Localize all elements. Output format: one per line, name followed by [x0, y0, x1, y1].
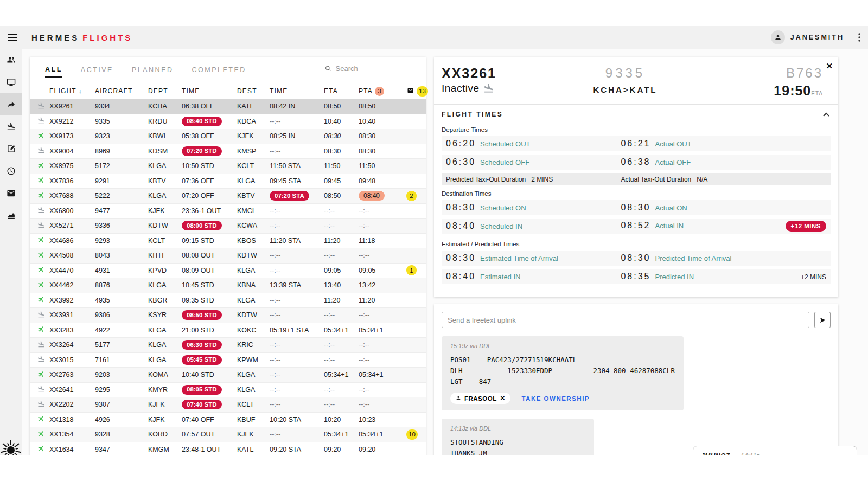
cell-dest: KATL: [237, 446, 270, 453]
flight-row-XX7836[interactable]: XX78369291KBTV07:36 OFFKLGA09:45 STA09:4…: [30, 174, 426, 189]
cell-pta: --:--: [359, 356, 406, 364]
uplink-message-card: 15:19z via DDLPOS01 PAC423/27271519KCHAA…: [442, 336, 684, 410]
col-messages[interactable]: 13: [406, 86, 428, 97]
chevron-up-icon[interactable]: [823, 110, 829, 118]
flight-row-XX6800[interactable]: XX68009477KJFK23:36-1 OUTKMCI--:----:---…: [30, 204, 426, 219]
flight-row-XX3283[interactable]: XX32834922KLGA21:00 STDKOKC05:19+1 STA05…: [30, 323, 426, 338]
col-pta[interactable]: PTA 3: [359, 87, 406, 96]
cell-pta: 08:40: [359, 191, 406, 201]
cell-dest-time: 05:19+1 STA: [270, 326, 324, 334]
col-dest[interactable]: DEST: [237, 87, 270, 95]
user-menu[interactable]: JANESMITH: [771, 30, 844, 44]
flight-row-XX1354[interactable]: XX13549328KORD07:57 OUTKJFK--:--05:34+10…: [30, 427, 426, 442]
plane-landing-icon: [37, 311, 45, 320]
cell-aircraft: 8969: [95, 147, 148, 155]
kebab-menu-icon[interactable]: [858, 33, 860, 43]
cell-aircraft: 9347: [95, 446, 148, 453]
plane-airborne-icon: [37, 296, 45, 305]
uplink-input[interactable]: [442, 312, 809, 328]
col-dept[interactable]: DEPT: [148, 87, 182, 95]
plane-landing-icon: [37, 117, 45, 126]
flight-row-XX2763[interactable]: XX27639203KOMA10:40 STDKLGA--:--05:34+10…: [30, 368, 426, 383]
cell-dept: KSYR: [148, 311, 182, 319]
cell-dept: KJFK: [148, 207, 182, 215]
flight-row-XX9004[interactable]: XX90048969KDSM07:20 STDKMSP--:--08:3008:…: [30, 144, 426, 159]
flight-row-XX7688[interactable]: XX76885222KLGA07:20 OFFKBTV07:20 STA08:5…: [30, 189, 426, 204]
cell-dest-time: 09:20 STA: [270, 446, 324, 453]
sidebar-item-mail[interactable]: [0, 182, 22, 204]
col-dept-time[interactable]: TIME: [182, 87, 237, 95]
sidebar-item-forward[interactable]: [0, 93, 22, 115]
flight-rows: XX92619334KCHA06:38 OFFKATL08:42 IN08:50…: [30, 99, 426, 455]
plane-landing-icon: [37, 206, 45, 215]
cell-aircraft: 9307: [95, 401, 148, 408]
time-value: 06:30: [446, 157, 476, 167]
send-button[interactable]: [814, 312, 831, 328]
flight-row-XX8975[interactable]: XX89755172KLGA10:50 STDKCLT11:50 STA11:5…: [30, 159, 426, 174]
flight-row-XX1634[interactable]: XX16349347KMGM23:48-1 OUTKATL09:20 STA09…: [30, 442, 426, 456]
flight-row-XX2202[interactable]: XX22029307KJFK07:40 STDKCLT--:----:----:…: [30, 397, 426, 413]
tab-planned[interactable]: PLANNED: [132, 66, 174, 78]
flight-row-XX1318[interactable]: XX13184926KJFK07:40 OFFKBUF10:20 STA10:2…: [30, 413, 426, 428]
tab-active[interactable]: ACTIVE: [81, 66, 113, 78]
flight-row-XX2641[interactable]: XX26419295KMYR08:05 STDKLGA--:----:----:…: [30, 383, 426, 398]
cell-pta: --:--: [359, 207, 406, 215]
cell-pta: 10:40: [359, 118, 406, 125]
owner-chip[interactable]: FRASOOL ✕: [450, 393, 510, 404]
col-flight[interactable]: FLIGHT ↓: [49, 87, 95, 95]
uplink-message-card: 14:13z via DDLSTOUTSTANDING THANKS JMJMU…: [442, 419, 594, 455]
take-ownership-button[interactable]: TAKE OWNERSHIP: [521, 395, 590, 402]
plane-airborne-icon: [37, 445, 45, 454]
sidebar-item-chart[interactable]: [0, 204, 22, 227]
cell-dest-time: --:--: [270, 341, 324, 349]
flight-row-XX3931[interactable]: XX39319306KSYR08:50 STDKDTW--:----:----:…: [30, 308, 426, 323]
flight-row-XX3015[interactable]: XX30157161KLGA05:45 STDKPWM--:----:----:…: [30, 353, 426, 368]
col-dest-time[interactable]: TIME: [270, 87, 324, 95]
flight-row-XX5271[interactable]: XX52719336KDTW08:00 STDKCWA--:----:----:…: [30, 219, 426, 234]
plane-airborne-icon: [37, 191, 45, 201]
plane-landing-icon: [7, 122, 16, 131]
col-aircraft[interactable]: AIRCRAFT: [95, 87, 148, 95]
flight-row-XX3992[interactable]: XX39924935KBGR09:35 STDKLGA--:--11:2011:…: [30, 293, 426, 309]
close-icon[interactable]: ✕: [826, 61, 833, 71]
flight-row-XX4508[interactable]: XX45088043KITH08:08 OUTKDTW--:----:----:…: [30, 248, 426, 264]
search-box: [325, 65, 418, 75]
flight-row-XX3264[interactable]: XX32645177KLGA06:30 STDKRIC--:----:----:…: [30, 338, 426, 353]
sidebar-item-edit[interactable]: [0, 138, 22, 160]
flight-row-XX4686[interactable]: XX46869293KCLT09:15 STDKBOS11:20 STA11:2…: [30, 234, 426, 249]
cell-pta: --:--: [359, 252, 406, 259]
chat-preview-card[interactable]: JMUNOZ 14:11z: [693, 446, 857, 455]
time-label: Predicted IN: [655, 273, 694, 281]
cell-eta: --:--: [324, 386, 359, 394]
app-root: HERMESFLIGHTS JANESMITH ALLACTIVEPLANNED…: [0, 26, 868, 455]
sidebar-item-people[interactable]: [0, 49, 22, 71]
detail-eta: 19:50ETA: [657, 83, 823, 99]
col-eta[interactable]: ETA: [324, 87, 359, 95]
tab-all[interactable]: ALL: [45, 66, 62, 78]
remove-owner-icon[interactable]: ✕: [500, 395, 506, 402]
sidebar-item-monitor[interactable]: [0, 71, 22, 93]
cell-dept-time: 23:36-1 OUT: [182, 207, 237, 215]
time-value: 08:30: [446, 253, 476, 263]
message-body: STOUTSTANDING THANKS JM: [450, 437, 585, 455]
flight-row-XX9261[interactable]: XX92619334KCHA06:38 OFFKATL08:42 IN08:50…: [30, 99, 426, 114]
sidebar-item-clock[interactable]: [0, 160, 22, 182]
hamburger-menu-icon[interactable]: [8, 34, 17, 41]
flight-row-XX4462[interactable]: XX44628876KLGA10:45 STDKBNA13:39 STA13:4…: [30, 278, 426, 293]
cell-eta: 10:40: [324, 118, 359, 125]
cell-dept: KLGA: [148, 162, 182, 170]
cell-dept-time: 08:40 STD: [182, 117, 237, 126]
cell-eta: 05:34+1: [324, 431, 359, 438]
flight-row-XX4470[interactable]: XX44704931KPVD08:09 OUTKLGA--:--09:0509:…: [30, 264, 426, 279]
cell-aircraft: 4926: [95, 416, 148, 423]
flight-row-XX9173[interactable]: XX91739323KBWI05:38 OFFKJFK08:25 IN08:30…: [30, 129, 426, 144]
app-title: HERMESFLIGHTS: [31, 33, 132, 42]
tab-completed[interactable]: COMPLETED: [192, 66, 246, 78]
flight-row-XX9212[interactable]: XX92129335KRDU08:40 STDKDCA--:--10:4010:…: [30, 114, 426, 130]
search-input[interactable]: [336, 65, 418, 73]
sidebar-item-plane-landing[interactable]: [0, 115, 22, 138]
cell-dept: KORD: [148, 431, 182, 438]
flight-times-card: ✕ XX3261 Inactive 9335 KCHA>KATL: [434, 57, 838, 297]
cell-eta: --:--: [324, 311, 359, 319]
cell-flight: XX7836: [49, 177, 95, 185]
